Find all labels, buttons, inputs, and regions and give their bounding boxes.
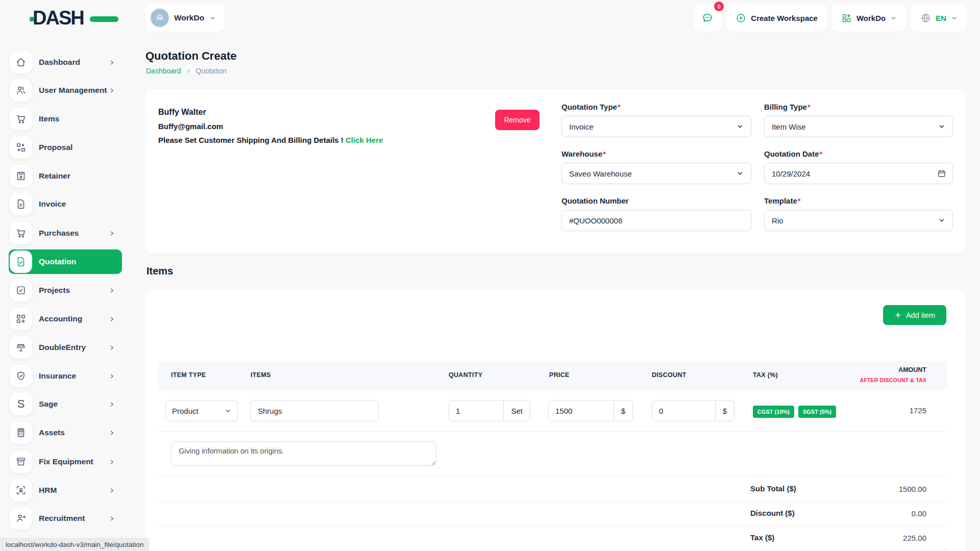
- quotation-file-check-icon: [10, 251, 32, 273]
- remove-customer-button[interactable]: Remove: [495, 110, 540, 130]
- language-label: EN: [936, 14, 946, 22]
- sidebar-item-invoice[interactable]: Invoice: [9, 192, 122, 216]
- discount-total-value: 0.00: [912, 509, 926, 518]
- totals-divider: [158, 525, 947, 526]
- totals-divider: [158, 476, 947, 477]
- currency-addon: $: [715, 400, 734, 421]
- sidebar-item-insurance[interactable]: Insurance: [9, 364, 122, 388]
- tax-total-value: 225.00: [903, 534, 926, 542]
- sidebar-item-quotation[interactable]: Quotation: [9, 249, 122, 274]
- workspace-avatar: [151, 9, 169, 27]
- breadcrumb: Dashboard Quotation: [146, 67, 227, 75]
- quotation-details-card: Buffy Walter Buffy@gmail.com Please Set …: [145, 89, 966, 254]
- cart-icon: [10, 222, 32, 244]
- workspace-switcher[interactable]: WorkDo: [145, 4, 224, 32]
- sidebar-item-dashboard[interactable]: Dashboard: [9, 50, 122, 74]
- tax-cell: CGST (10%) SGST (5%): [753, 406, 836, 418]
- quotation-number-input[interactable]: [561, 210, 751, 231]
- discount-input[interactable]: [652, 400, 715, 421]
- sidebar-item-fix-equipment[interactable]: Fix Equipment: [9, 449, 122, 474]
- chevron-down-icon: [737, 123, 744, 130]
- chevron-right-icon: [109, 487, 115, 494]
- customer-shipping-note: Please Set Customer Shipping And Billing…: [158, 136, 383, 144]
- create-workspace-label: Create Workspace: [751, 14, 818, 22]
- save-icon: [10, 165, 32, 187]
- click-here-link[interactable]: Click Here: [346, 136, 383, 144]
- billing-type-label: Billing Type*: [764, 103, 953, 111]
- chevron-right-icon: [109, 287, 115, 294]
- tax-badge-sgst: SGST (5%): [798, 406, 836, 418]
- sidebar-item-doubleentry[interactable]: DoubleEntry: [9, 335, 122, 360]
- chevron-down-icon: [951, 15, 958, 21]
- sidebar-item-assets[interactable]: Assets: [9, 420, 122, 445]
- sidebar-item-accounting[interactable]: Accounting: [9, 307, 122, 331]
- quantity-input[interactable]: [449, 400, 503, 421]
- plus-icon: [894, 311, 902, 319]
- item-name-input[interactable]: [250, 400, 379, 421]
- items-section-heading: Items: [146, 265, 173, 277]
- chevron-right-icon: [109, 459, 115, 465]
- billing-type-select[interactable]: Item Wise: [764, 116, 953, 137]
- document-icon: [10, 193, 32, 215]
- logo-accent-dash: [90, 16, 118, 22]
- chevron-right-icon: [109, 87, 115, 94]
- sidebar-item-sage[interactable]: S Sage: [9, 392, 122, 416]
- messages-badge: 0: [714, 2, 724, 11]
- price-input[interactable]: [549, 400, 614, 421]
- quotation-type-select[interactable]: Invoice: [561, 116, 751, 137]
- chevron-right-icon: [109, 316, 115, 322]
- sidebar-item-purchases[interactable]: Purchases: [9, 221, 122, 245]
- row-amount-value: 1725: [910, 406, 926, 415]
- page-title: Quotation Create: [145, 49, 236, 63]
- sidebar-item-projects[interactable]: Projects: [9, 278, 122, 303]
- col-items: ITEMS: [251, 371, 271, 379]
- row-divider: [158, 431, 947, 432]
- language-selector[interactable]: EN: [911, 4, 967, 32]
- messages-button[interactable]: 0: [694, 4, 721, 32]
- browser-status-url: localhost/workdo-dash-v3/main_file/quota…: [0, 538, 149, 551]
- scales-icon: [10, 336, 32, 359]
- calculator-icon: [10, 421, 32, 444]
- app-menu-label: WorkDo: [856, 14, 886, 22]
- chevron-right-icon: [109, 344, 115, 351]
- sidebar-item-items[interactable]: Items: [9, 107, 122, 131]
- col-price: PRICE: [549, 371, 570, 379]
- workspace-name: WorkDo: [174, 13, 204, 22]
- totals-divider: [158, 502, 947, 502]
- warehouse-select[interactable]: Saveo Warehouse: [561, 163, 751, 184]
- sidebar-item-hrm[interactable]: HRM: [9, 478, 122, 503]
- required-asterisk: *: [603, 149, 606, 158]
- home-icon: [10, 51, 32, 73]
- sidebar-item-proposal[interactable]: Proposal: [9, 135, 122, 160]
- warehouse-label: Warehouse*: [561, 149, 751, 158]
- tax-badge-cgst: CGST (10%): [753, 406, 794, 418]
- sidebar-item-user-management[interactable]: User Management: [9, 78, 122, 103]
- calendar-icon: [937, 169, 946, 178]
- globe-icon: [920, 13, 931, 23]
- quotation-date-input[interactable]: 10/29/2024: [764, 163, 953, 184]
- subtotal-label: Sub Total ($): [750, 484, 796, 493]
- col-discount: DISCOUNT: [652, 371, 687, 379]
- col-amount: AMOUNT: [898, 366, 926, 373]
- chevron-down-icon: [225, 408, 231, 414]
- app-menu-button[interactable]: WorkDo: [832, 4, 906, 32]
- customer-email: Buffy@gmail.com: [158, 122, 383, 131]
- grid-plus-icon: [10, 308, 32, 330]
- chevron-down-icon: [737, 170, 744, 177]
- col-quantity: QUANTITY: [449, 371, 482, 379]
- sidebar-item-retainer[interactable]: Retainer: [9, 164, 122, 188]
- template-select[interactable]: Rio: [764, 210, 953, 231]
- sidebar: Dashboard User Management Items Proposal…: [0, 36, 133, 551]
- add-item-button[interactable]: Add item: [883, 305, 946, 325]
- breadcrumb-dashboard-link[interactable]: Dashboard: [146, 67, 181, 75]
- chevron-down-icon: [938, 123, 945, 130]
- item-description-textarea[interactable]: Giving information on its origins.: [171, 441, 436, 466]
- unit-addon: Set: [503, 400, 530, 421]
- sidebar-item-recruitment[interactable]: Recruitment: [9, 506, 122, 531]
- create-workspace-button[interactable]: Create Workspace: [726, 4, 827, 32]
- discount-cell: $: [652, 400, 734, 421]
- item-type-select[interactable]: Product: [165, 400, 238, 421]
- tax-total-label: Tax ($): [750, 533, 774, 542]
- users-icon: [10, 79, 32, 102]
- price-cell: $: [548, 400, 633, 421]
